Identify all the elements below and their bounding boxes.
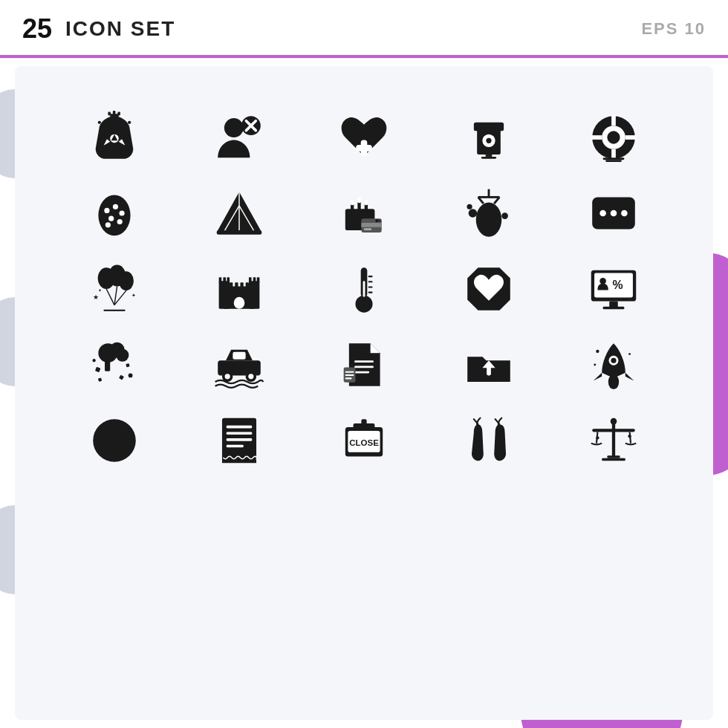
svg-rect-37 — [217, 230, 261, 235]
icon-count: 25 — [22, 13, 52, 45]
balloons-icon: ★ ✦ ✦ — [88, 262, 141, 316]
svg-point-32 — [119, 210, 124, 215]
svg-point-6 — [98, 121, 101, 124]
svg-point-113 — [92, 359, 95, 362]
svg-rect-77 — [234, 297, 244, 309]
document-icon — [337, 338, 391, 391]
svg-point-31 — [113, 204, 118, 209]
svg-point-34 — [117, 219, 123, 224]
svg-point-63 — [599, 210, 606, 217]
svg-rect-80 — [219, 277, 222, 282]
svg-text:%: % — [613, 279, 623, 291]
svg-rect-126 — [345, 377, 352, 379]
svg-point-134 — [594, 364, 596, 366]
svg-rect-124 — [345, 371, 354, 373]
icon-cell-heart-badge — [434, 262, 544, 316]
svg-rect-144 — [361, 419, 366, 426]
icon-cell-confetti — [59, 338, 169, 391]
svg-text:CLOSE: CLOSE — [349, 438, 379, 447]
discount-monitor-icon: % — [587, 262, 640, 316]
svg-rect-82 — [227, 277, 230, 282]
svg-point-29 — [98, 195, 130, 236]
icon-cell-add-heart — [309, 111, 419, 164]
svg-rect-83 — [249, 277, 252, 282]
donut-icon — [88, 414, 141, 467]
svg-point-155 — [628, 435, 631, 438]
svg-point-112 — [129, 374, 133, 378]
svg-rect-110 — [119, 375, 124, 380]
svg-rect-108 — [95, 367, 100, 372]
svg-point-47 — [357, 198, 362, 203]
svg-rect-27 — [603, 157, 625, 160]
radiation-bag-icon — [88, 111, 141, 164]
svg-rect-50 — [361, 223, 381, 227]
svg-point-53 — [378, 219, 381, 222]
svg-rect-120 — [354, 360, 374, 363]
svg-point-1 — [113, 137, 116, 140]
svg-rect-109 — [126, 363, 129, 367]
svg-rect-13 — [356, 145, 372, 152]
svg-rect-42 — [345, 209, 375, 216]
svg-point-8 — [224, 118, 244, 137]
icon-cell-seed-packet — [434, 111, 544, 164]
svg-point-119 — [248, 374, 253, 379]
svg-rect-81 — [223, 277, 226, 282]
svg-rect-84 — [253, 277, 256, 282]
svg-point-68 — [119, 271, 134, 290]
svg-rect-3 — [108, 111, 111, 115]
icon-cell-remove-user — [184, 111, 294, 164]
lifebuoy-icon — [587, 111, 640, 164]
svg-rect-107 — [105, 360, 110, 371]
svg-rect-140 — [227, 438, 253, 441]
svg-text:★: ★ — [93, 293, 99, 301]
icon-cell-easter-egg — [59, 186, 169, 240]
svg-rect-5 — [117, 111, 120, 115]
flood-car-icon — [212, 338, 266, 391]
svg-point-7 — [128, 121, 131, 124]
payment-cake-icon — [337, 186, 391, 240]
svg-point-102 — [599, 278, 606, 285]
svg-text:✦: ✦ — [98, 288, 102, 293]
svg-point-133 — [628, 353, 631, 355]
svg-rect-18 — [486, 155, 493, 157]
icon-cell-upload-folder — [434, 338, 544, 391]
confetti-icon — [88, 338, 141, 391]
format-label: EPS 10 — [641, 19, 706, 39]
icon-cell-document — [309, 338, 419, 391]
svg-rect-125 — [345, 374, 354, 376]
icon-cell-peppers — [434, 414, 544, 467]
justice-scale-icon — [587, 414, 640, 467]
svg-point-60 — [467, 204, 472, 209]
svg-rect-92 — [363, 281, 365, 297]
icon-cell-thermometer — [309, 262, 419, 316]
svg-point-61 — [501, 212, 508, 219]
svg-rect-87 — [235, 282, 238, 287]
svg-rect-23 — [611, 115, 616, 126]
add-heart-icon — [337, 111, 391, 164]
svg-rect-122 — [354, 371, 369, 374]
svg-rect-28 — [605, 160, 622, 162]
svg-rect-25 — [591, 135, 602, 140]
svg-point-106 — [116, 348, 129, 361]
svg-rect-95 — [368, 286, 373, 287]
icon-cell-pyramid — [184, 186, 294, 240]
icon-grid-container: ★ ✦ ✦ — [15, 66, 713, 720]
password-icon — [587, 186, 640, 240]
icon-cell-password — [559, 186, 669, 240]
icon-cell-castle — [184, 262, 294, 316]
svg-point-153 — [611, 418, 617, 425]
thermometer-icon — [337, 262, 391, 316]
svg-point-33 — [108, 216, 114, 221]
peppers-icon — [462, 414, 516, 467]
header-accent-bar — [0, 55, 728, 58]
svg-rect-78 — [219, 281, 230, 308]
heart-badge-icon — [462, 262, 516, 316]
icon-cell-payment-cake — [309, 186, 419, 240]
svg-line-69 — [106, 289, 114, 305]
svg-rect-101 — [603, 307, 625, 310]
svg-rect-147 — [612, 422, 615, 457]
svg-rect-152 — [602, 458, 625, 461]
svg-rect-111 — [98, 377, 103, 382]
invoice-icon — [212, 414, 266, 467]
svg-point-17 — [486, 138, 491, 143]
